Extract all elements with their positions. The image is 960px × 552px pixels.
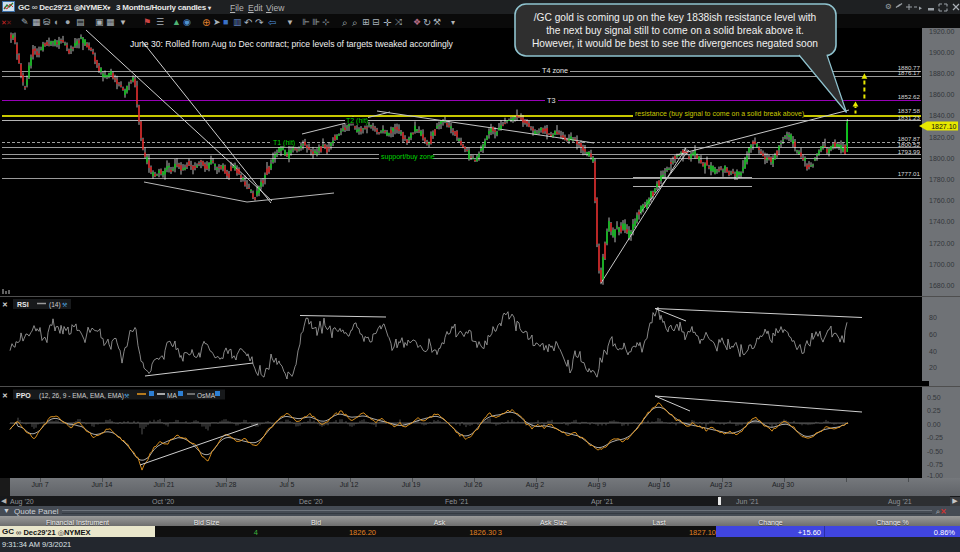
svg-text:⚒: ⚒ [124,393,130,399]
svg-text:0.25: 0.25 [927,407,941,414]
svg-text:1831.23: 1831.23 [898,114,921,121]
svg-text:/GC gold is coming up on the k: /GC gold is coming up on the key 1838ish… [534,12,817,23]
svg-text:(14): (14) [49,301,61,309]
svg-text:-0.25: -0.25 [927,434,943,441]
svg-text:⚒: ⚒ [62,302,68,308]
svg-text:1840.00: 1840.00 [929,112,954,119]
svg-text:1920.00: 1920.00 [929,28,954,35]
svg-text:1780.00: 1780.00 [929,176,954,183]
svg-text:80: 80 [929,314,937,321]
svg-text:1700.00: 1700.00 [929,261,954,268]
svg-text:PPO: PPO [16,392,31,399]
svg-text:60: 60 [929,331,937,338]
svg-text:✕: ✕ [2,301,8,308]
svg-text:20: 20 [929,364,937,371]
svg-text:0.00: 0.00 [927,421,941,428]
svg-text:OsMA: OsMA [197,392,216,399]
svg-text:support/buy zone: support/buy zone [381,153,435,161]
svg-text:1880.00: 1880.00 [929,70,954,77]
svg-text:MA: MA [167,392,177,399]
svg-text:the next buy signal still to c: the next buy signal still to come on a s… [546,25,804,36]
svg-text:1720.00: 1720.00 [929,240,954,247]
svg-text:1793.99: 1793.99 [898,148,921,155]
svg-text:1680.00: 1680.00 [929,282,954,289]
svg-text:T1 (hit): T1 (hit) [273,139,295,147]
svg-text:40: 40 [929,348,937,355]
svg-text:1852.62: 1852.62 [898,93,921,100]
svg-text:(12, 26, 9 - EMA, EMA, EMA): (12, 26, 9 - EMA, EMA, EMA) [39,392,124,400]
svg-text:However, it would be best to s: However, it would be best to see the div… [532,38,818,49]
svg-text:T2 (hit): T2 (hit) [346,117,368,125]
svg-text:✕: ✕ [2,392,8,399]
svg-text:1820.00: 1820.00 [929,134,954,141]
svg-text:1900.00: 1900.00 [929,49,954,56]
svg-text:1800.00: 1800.00 [929,155,954,162]
svg-text:-0.75: -0.75 [927,461,943,468]
svg-text:-0.50: -0.50 [927,448,943,455]
svg-text:1827.10: 1827.10 [931,123,956,130]
svg-text:June 30: Rolled from Aug to De: June 30: Rolled from Aug to Dec contract… [130,39,454,49]
svg-text:RSI: RSI [17,301,29,308]
svg-text:1740.00: 1740.00 [929,218,954,225]
svg-text:0.50: 0.50 [927,394,941,401]
svg-text:1760.00: 1760.00 [929,197,954,204]
svg-text:1860.00: 1860.00 [929,91,954,98]
svg-text:1876.17: 1876.17 [898,69,921,76]
svg-text:1777.01: 1777.01 [898,170,921,177]
